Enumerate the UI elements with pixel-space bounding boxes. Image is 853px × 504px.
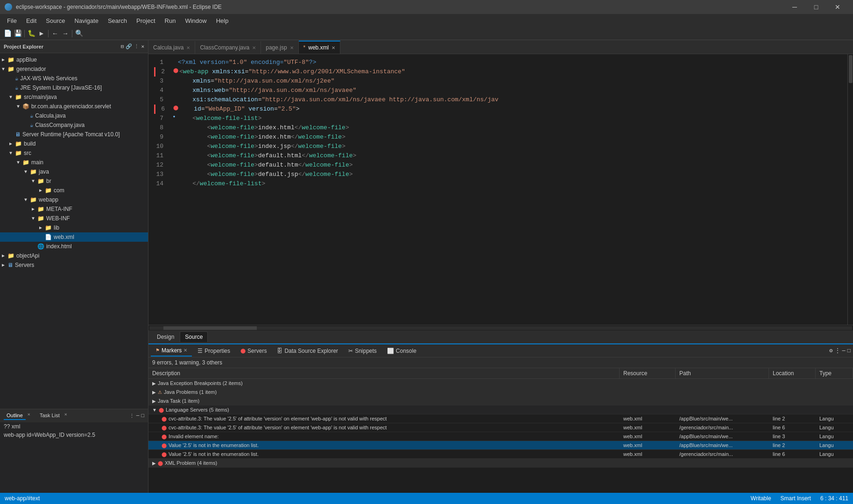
tab-page-jsp[interactable]: page.jsp ✕ <box>261 41 298 54</box>
tab-console[interactable]: ⬜ Console <box>382 346 421 356</box>
tree-item-server[interactable]: 🖥 Server Runtime [Apache Tomcat v10.0] <box>0 130 148 139</box>
tree-item-jaxws[interactable]: ☕ JAX-WS Web Services <box>0 74 148 83</box>
editor-content[interactable]: 1 <?xml version="1.0" encoding="UTF-8"?>… <box>148 54 853 325</box>
panel-minimize-icon[interactable]: ─ <box>842 348 846 354</box>
outline-minimize-icon[interactable]: ─ <box>136 413 140 419</box>
expand-java-exception[interactable]: ▶ <box>152 381 156 386</box>
expand-java-problems[interactable]: ▶ <box>152 390 156 395</box>
expand-arrow-webapp[interactable]: ▼ <box>24 197 29 203</box>
code-editor[interactable]: 1 <?xml version="1.0" encoding="UTF-8"?>… <box>148 54 853 343</box>
outline-item-xml[interactable]: ?? xml <box>0 422 148 431</box>
outline-maximize-icon[interactable]: □ <box>141 413 144 419</box>
tab-close-page-jsp[interactable]: ✕ <box>290 45 294 50</box>
tree-item-main[interactable]: ▼ 📁 main <box>0 158 148 167</box>
code-line-13[interactable]: 13 <welcome-file>default.jsp</welcome-fi… <box>154 170 847 179</box>
expand-arrow-servers[interactable]: ▶ <box>2 262 7 268</box>
tab-close-web-xml[interactable]: ✕ <box>331 45 335 50</box>
toolbar-save[interactable]: 💾 <box>13 28 23 39</box>
menu-source[interactable]: Source <box>41 15 70 26</box>
tree-item-com[interactable]: ▶ 📁 com <box>0 186 148 195</box>
link-editor-icon[interactable]: 🔗 <box>126 43 132 49</box>
vertical-scroll-thumb[interactable] <box>849 55 853 83</box>
tab-classcompany[interactable]: ClassCompany.java ✕ <box>195 41 261 54</box>
code-content[interactable]: 1 <?xml version="1.0" encoding="UTF-8"?>… <box>148 54 847 325</box>
menu-icon[interactable]: ⋮ <box>134 43 139 49</box>
tab-close-classcompany[interactable]: ✕ <box>252 45 256 50</box>
tree-item-web-xml[interactable]: 📄 web.xml <box>0 232 148 242</box>
error-row-4[interactable]: ⬤ Value '2.5' is not in the enumeration … <box>148 441 853 450</box>
expand-arrow-pkg[interactable]: ▼ <box>17 104 21 109</box>
expand-arrow-src[interactable]: ▼ <box>9 95 14 100</box>
toolbar-run[interactable]: ▶ <box>36 28 47 39</box>
outline-close-icon[interactable]: ✕ <box>28 412 30 420</box>
tab-calcula[interactable]: Calcula.java ✕ <box>148 41 195 54</box>
menu-project[interactable]: Project <box>132 15 160 26</box>
tree-item-meta-inf[interactable]: ▶ 📁 META-INF <box>0 204 148 214</box>
error-row-5[interactable]: ⬤ Value '2.5' is not in the enumeration … <box>148 450 853 459</box>
code-line-12[interactable]: 12 <welcome-file>default.htm</welcome-fi… <box>154 161 847 170</box>
error-row-1[interactable]: ⬤ cvc-attribute.3: The value '2.5' of at… <box>148 414 853 423</box>
code-line-9[interactable]: 9 <welcome-file>index.htm</welcome-file> <box>154 133 847 142</box>
tab-properties[interactable]: ☰ Properties <box>193 346 235 356</box>
panel-maximize-icon[interactable]: □ <box>847 348 851 354</box>
collapse-lang-servers[interactable]: ▼ <box>152 407 157 413</box>
tab-close-calcula[interactable]: ✕ <box>186 45 190 50</box>
code-line-10[interactable]: 10 <welcome-file>index.jsp</welcome-file… <box>154 142 847 151</box>
tree-item-package[interactable]: ▼ 📦 br.com.alura.gerenciador.servlet <box>0 102 148 111</box>
tree-item-lib[interactable]: ▶ 📁 lib <box>0 223 148 232</box>
code-line-5[interactable]: 5 xsi:schemaLocation="http://java.sun.co… <box>154 95 847 105</box>
expand-arrow-java[interactable]: ▼ <box>24 169 29 175</box>
tree-item-webapp[interactable]: ▼ 📁 webapp <box>0 195 148 204</box>
tree-item-classcompany[interactable]: ☕ ClassCompany.java <box>0 120 148 130</box>
tree-item-index-html[interactable]: 🌐 index.html <box>0 242 148 251</box>
error-row-3[interactable]: ⬤ Invalid element name: web.xml /appBlue… <box>148 432 853 441</box>
maximize-button[interactable]: □ <box>805 0 827 14</box>
tab-markers[interactable]: ⚑ Markers ✕ <box>151 345 192 357</box>
menu-window[interactable]: Window <box>180 15 211 26</box>
design-tab[interactable]: Design <box>152 332 179 342</box>
tree-item-src-main-java[interactable]: ▼ 📁 src/main/java <box>0 92 148 102</box>
source-tab[interactable]: Source <box>180 331 208 342</box>
toolbar-new[interactable]: 📄 <box>2 28 13 39</box>
tree-item-appblue[interactable]: ▶ 📁 appBlue <box>0 55 148 64</box>
expand-arrow-web-inf[interactable]: ▼ <box>32 216 36 221</box>
menu-navigate[interactable]: Navigate <box>70 15 103 26</box>
tree-item-src[interactable]: ▼ 📁 src <box>0 148 148 158</box>
expand-arrow-main[interactable]: ▼ <box>17 160 21 165</box>
menu-search[interactable]: Search <box>103 15 132 26</box>
collapse-all-icon[interactable]: ⊟ <box>121 43 124 49</box>
menu-file[interactable]: File <box>2 15 21 26</box>
tree-item-calcula[interactable]: ☕ Calcula.java <box>0 111 148 120</box>
tree-item-web-inf[interactable]: ▼ 📁 WEB-INF <box>0 214 148 223</box>
code-line-7[interactable]: 7 ● <welcome-file-list> <box>154 114 847 123</box>
code-line-3[interactable]: 3 xmlns="http://java.sun.com/xml/ns/j2ee… <box>154 77 847 86</box>
outline-item-webapp[interactable]: web-app id=WebApp_ID version=2.5 <box>0 431 148 439</box>
task-list-close-icon[interactable]: ✕ <box>64 412 67 420</box>
expand-arrow-gerenciador[interactable]: ▼ <box>2 67 7 72</box>
toolbar-search[interactable]: 🔍 <box>74 28 84 39</box>
code-line-8[interactable]: 8 <welcome-file>index.html</welcome-file… <box>154 123 847 133</box>
expand-arrow-com[interactable]: ▶ <box>39 188 44 193</box>
menu-help[interactable]: Help <box>211 15 233 26</box>
expand-java-task[interactable]: ▶ <box>152 399 156 404</box>
vertical-scrollbar[interactable] <box>847 54 853 325</box>
filter-icon[interactable]: ⚙ <box>829 347 832 354</box>
tab-snippets[interactable]: ✂ Snippets <box>344 346 381 356</box>
tab-servers[interactable]: ⬤ Servers <box>236 346 271 356</box>
code-line-11[interactable]: 11 <welcome-file>default.html</welcome-f… <box>154 151 847 161</box>
task-list-tab[interactable]: Task List <box>37 412 63 420</box>
expand-xml-problems[interactable]: ▶ <box>152 461 156 466</box>
h-scroll-thumb[interactable] <box>163 326 257 330</box>
tree-item-java[interactable]: ▼ 📁 java <box>0 167 148 176</box>
tree-item-gerenciador[interactable]: ▼ 📁 gerenciador <box>0 64 148 74</box>
panel-menu-icon[interactable]: ⋮ <box>835 347 840 354</box>
expand-arrow-objectapi[interactable]: ▶ <box>2 253 7 259</box>
code-line-2[interactable]: 2 ⬤ <web-app xmlns:xsi="http://www.w3.or… <box>154 67 847 77</box>
error-row-2[interactable]: ⬤ cvc-attribute.3: The value '2.5' of at… <box>148 423 853 432</box>
menu-run[interactable]: Run <box>160 15 181 26</box>
row-java-problems[interactable]: ▶ ⚠ Java Problems (1 item) <box>148 388 853 397</box>
tab-web-xml[interactable]: * web.xml ✕ <box>299 41 341 54</box>
horizontal-scrollbar[interactable] <box>148 325 853 330</box>
row-xml-problems[interactable]: ▶ ⬤ XML Problem (4 items) <box>148 459 853 468</box>
expand-arrow-lib[interactable]: ▶ <box>39 225 44 231</box>
